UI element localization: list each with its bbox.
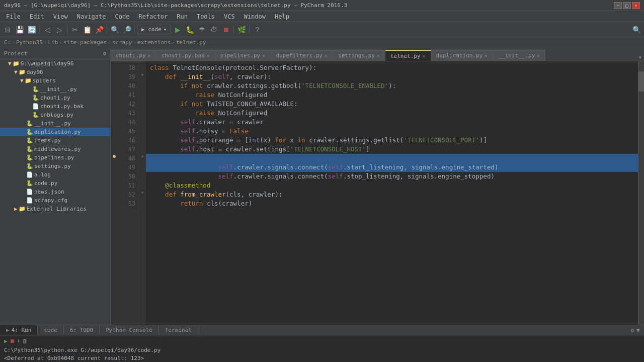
toolbar-sync-button[interactable]: 🔄 — [26, 24, 37, 35]
toolbar-help-button[interactable]: ? — [252, 24, 263, 35]
tree-item-settings-py[interactable]: 🐍 settings.py — [0, 162, 110, 170]
tab-duplication[interactable]: duplication.py ✕ — [431, 50, 494, 61]
toolbar-debug-button[interactable]: 🐛 — [184, 24, 195, 35]
tree-item-init-py-spider[interactable]: 🐍 __init__.py — [0, 85, 110, 94]
toolbar-run-button[interactable]: ▶ — [172, 24, 183, 35]
breadcrumb-item-telnet[interactable]: telnet.py — [176, 39, 206, 46]
menu-edit[interactable]: Edit — [26, 12, 48, 21]
tree-item-chouti-py[interactable]: 🐍 chouti.py — [0, 94, 110, 102]
menu-run[interactable]: Run — [173, 12, 192, 21]
tab-init[interactable]: __init__.py ✕ — [493, 50, 545, 61]
breadcrumb-item-c[interactable]: C: — [4, 39, 11, 46]
tab-overflow-button[interactable]: ▾ — [638, 54, 642, 61]
window-controls: − □ ✕ — [614, 2, 640, 9]
menu-navigate[interactable]: Navigate — [73, 12, 110, 21]
code-line-39: def __init__(self, crawler): — [150, 72, 634, 81]
bottom-tab-python-console-label: Python Console — [106, 327, 152, 333]
tab-dupefilters[interactable]: dupefilters.py ✕ — [271, 50, 333, 61]
code-content[interactable]: class TelnetConsole(protocol.ServerFacto… — [146, 61, 638, 325]
menu-help[interactable]: Help — [271, 12, 293, 21]
toolbar-vcs-button[interactable]: 🌿 — [236, 24, 247, 35]
tree-item-alog[interactable]: 📄 a.log — [0, 170, 110, 179]
tree-item-cnblogs-py[interactable]: 🐍 cnblogs.py — [0, 111, 110, 119]
toolbar-stop-button[interactable]: ⏹ — [220, 24, 231, 35]
breadcrumb-item-scrapy[interactable]: scrapy — [112, 39, 132, 46]
tab-chouti-bak[interactable]: chouti.py.bak ✕ — [156, 50, 215, 61]
toolbar-forward-button[interactable]: ▷ — [54, 24, 65, 35]
run-scroll-icon[interactable]: ⬇ — [17, 337, 21, 345]
tree-item-scrapy-cfg[interactable]: 📄 scrapy.cfg — [0, 196, 110, 205]
run-config-dropdown[interactable]: ▶ code ▾ — [137, 25, 171, 34]
run-play-icon[interactable]: ▶ — [4, 337, 8, 345]
tab-close-chouti[interactable]: ✕ — [148, 53, 151, 58]
toolbar-coverage-button[interactable]: ☂ — [196, 24, 207, 35]
toolbar-find-button[interactable]: 🔍 — [109, 24, 120, 35]
code-line-51: @classmethod — [150, 181, 634, 190]
tree-item-external-libs[interactable]: ▶ 📁 External Libraries — [0, 205, 110, 213]
run-stop-icon[interactable]: ⏹ — [10, 337, 15, 345]
tree-item-init-py[interactable]: 🐍 __init__.py — [0, 119, 110, 128]
tab-close-pipelines[interactable]: ✕ — [262, 53, 265, 58]
breadcrumb-item-python35[interactable]: Python35 — [16, 39, 43, 46]
menu-file[interactable]: File — [2, 12, 25, 21]
run-output-line-1: C:\Python35\python.exe G:/wupeiqi/day96/… — [4, 346, 640, 354]
tab-close-duplication[interactable]: ✕ — [485, 53, 488, 58]
tree-item-chouti-bak[interactable]: 📄 chouti.py.bak — [0, 102, 110, 111]
bottom-panel-minimize-icon[interactable]: ▼ — [636, 327, 640, 334]
toolbar-project-button[interactable]: ⊟ — [2, 24, 13, 35]
tab-close-telnet[interactable]: ✕ — [423, 53, 426, 59]
bottom-tab-run[interactable]: ▶ 4: Run — [0, 325, 38, 335]
bottom-panel-settings-icon[interactable]: ⚙ — [631, 327, 634, 334]
tab-close-settings[interactable]: ✕ — [377, 53, 380, 58]
close-button[interactable]: ✕ — [632, 2, 640, 9]
tree-item-code-py[interactable]: 🐍 code.py — [0, 179, 110, 188]
tree-item-items-py[interactable]: 🐍 items.py — [0, 136, 110, 145]
toolbar-replace-button[interactable]: 🔎 — [121, 24, 132, 35]
bottom-tab-terminal[interactable]: Terminal — [159, 325, 198, 335]
tab-settings[interactable]: settings.py ✕ — [333, 50, 385, 61]
tree-item-news-json[interactable]: 📄 news.json — [0, 188, 110, 196]
bottom-tab-python-console[interactable]: Python Console — [100, 325, 159, 335]
toolbar-copy-button[interactable]: 📋 — [82, 24, 93, 35]
tree-item-day96[interactable]: ▼ 📁 day96 — [0, 68, 110, 76]
tree-item-middlewares-py[interactable]: 🐍 middlewares.py — [0, 145, 110, 153]
bottom-tab-todo[interactable]: 6: TODO — [64, 325, 100, 335]
menu-vcs[interactable]: VCS — [220, 12, 239, 21]
toolbar-profile-button[interactable]: ⏱ — [208, 24, 219, 35]
main-content: Project ⚙ ▼ 📁 G:\wupeiqi\day96 ▼ 📁 day96… — [0, 48, 644, 325]
toolbar-save-button[interactable]: 💾 — [14, 24, 25, 35]
toolbar-paste-button[interactable]: 📌 — [94, 24, 105, 35]
tree-item-duplication-py[interactable]: 🐍 duplication.py — [0, 128, 110, 136]
toolbar-cut-button[interactable]: ✂ — [69, 24, 80, 35]
menu-tools[interactable]: Tools — [193, 12, 219, 21]
minimize-button[interactable]: − — [614, 2, 622, 9]
code-editor[interactable]: ● 38 39 40 41 42 43 44 45 46 47 48 49 — [111, 61, 644, 325]
breadcrumb-item-extensions[interactable]: extensions — [137, 39, 171, 46]
maximize-button[interactable]: □ — [623, 2, 631, 9]
tab-telnet[interactable]: telnet.py ✕ — [385, 50, 431, 61]
tab-close-init[interactable]: ✕ — [537, 53, 540, 58]
toolbar-search-everywhere-button[interactable]: 🔍 — [631, 24, 642, 35]
run-config-label: ▶ code — [141, 26, 162, 33]
vertical-scrollbar[interactable] — [638, 61, 644, 325]
toolbar-back-button[interactable]: ◁ — [42, 24, 53, 35]
tree-item-pipelines-py[interactable]: 🐍 pipelines.py — [0, 153, 110, 162]
tab-close-dupefilters[interactable]: ✕ — [325, 53, 328, 58]
menu-view[interactable]: View — [49, 12, 72, 21]
tree-item-g-wupeiqi[interactable]: ▼ 📁 G:\wupeiqi\day96 — [0, 59, 110, 68]
sidebar-settings-icon[interactable]: ⚙ — [103, 50, 106, 57]
tab-label-duplication: duplication.py — [436, 52, 483, 59]
tab-pipelines[interactable]: pipelines.py ✕ — [215, 50, 271, 61]
breadcrumb-item-site-packages[interactable]: site-packages — [63, 39, 107, 46]
menu-code[interactable]: Code — [111, 12, 134, 21]
menu-refactor[interactable]: Refactor — [134, 12, 172, 21]
tab-close-chouti-bak[interactable]: ✕ — [207, 53, 210, 58]
title-bar: day96 – [G:\wupeiqi\day96] – C:\Python35… — [0, 0, 644, 11]
menu-window[interactable]: Window — [240, 12, 270, 21]
tab-chouti-py[interactable]: chouti.py ✕ — [111, 50, 156, 61]
bottom-tab-code[interactable]: code — [38, 325, 64, 335]
run-clear-icon[interactable]: 🗑 — [22, 337, 28, 345]
tree-item-spiders[interactable]: ▼ 📁 spiders — [0, 76, 110, 85]
code-line-53: return cls(crawler) — [150, 199, 634, 208]
breadcrumb-item-lib[interactable]: Lib — [48, 39, 58, 46]
